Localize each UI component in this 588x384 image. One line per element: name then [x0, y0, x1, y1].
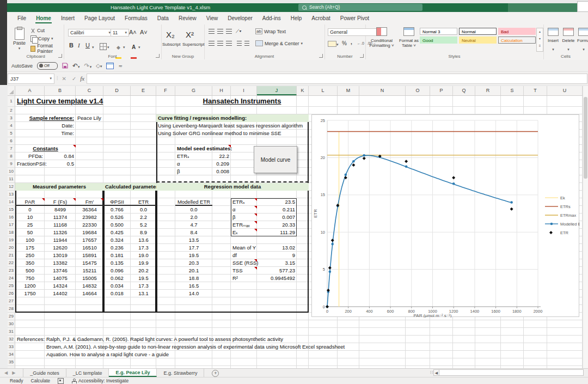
save-icon[interactable] [62, 63, 68, 69]
row-header-21[interactable]: 21 [8, 252, 15, 259]
row-header-22[interactable]: 22 [8, 259, 15, 267]
row-header-12[interactable]: 12 [8, 183, 15, 191]
cell-J23[interactable]: 577.23 [257, 267, 297, 275]
table-tool-icon[interactable] [106, 63, 114, 69]
cell-A5[interactable]: Time: [15, 130, 76, 137]
sheet-grid[interactable]: Light Curve template v1.4Hansatech Instr… [15, 96, 583, 368]
select-all-corner[interactable] [8, 86, 15, 96]
new-sheet-button[interactable]: + [212, 370, 219, 377]
menu-tab-acrobat[interactable]: Acrobat [307, 13, 335, 23]
format-as-table-button[interactable]: Format as Table ˅ [397, 27, 421, 48]
column-header-T[interactable]: T [524, 86, 547, 95]
cell-B25[interactable]: 14324 [45, 282, 76, 290]
cell-J17[interactable]: 20.33 [257, 221, 297, 229]
autosave-toggle[interactable]: Off [37, 62, 58, 70]
clear-formats-button[interactable]: ◇▾ [96, 63, 102, 69]
style-chip-bad[interactable]: Bad [498, 28, 536, 35]
format-cells-button[interactable]: Format▾ [577, 28, 588, 53]
cell-H8[interactable]: 22.2 [212, 153, 231, 160]
row-header-13[interactable]: 13 [8, 191, 15, 198]
cell-G18[interactable]: 8.4 [175, 229, 212, 236]
comment-indicator[interactable] [254, 259, 257, 262]
cell-A19[interactable]: 100 [15, 236, 45, 244]
cell-G1[interactable]: Hansatech Instruments [175, 96, 309, 107]
cell-A7[interactable]: Constants [15, 145, 76, 153]
accounting-format-icon[interactable] [328, 41, 336, 47]
column-header-G[interactable]: G [175, 86, 212, 95]
cell-C20[interactable]: 16510 [76, 244, 103, 252]
cell-I22[interactable]: SSE (RSS) [231, 259, 257, 267]
cut-button[interactable]: Cut [30, 28, 45, 33]
row-header-14[interactable]: 14 [8, 198, 15, 206]
cell-G8[interactable]: ETRₛ [175, 153, 212, 160]
cell-A15[interactable]: 0 [15, 206, 45, 214]
cell-I24[interactable]: R² [231, 275, 257, 282]
cell-C19[interactable]: 17657 [76, 236, 103, 244]
column-header-C[interactable]: C [76, 86, 103, 95]
row-header-34[interactable]: 34 [8, 351, 15, 358]
cell-C25[interactable]: 14832 [76, 282, 103, 290]
column-header-P[interactable]: P [430, 86, 453, 95]
align-middle-icon[interactable] [217, 29, 223, 34]
row-header-5[interactable]: 5 [8, 130, 15, 137]
cell-A12[interactable]: Measured parameters [15, 183, 103, 191]
cell-B18[interactable]: 11326 [45, 229, 76, 236]
menu-tab-page-layout[interactable]: Page Layout [79, 13, 120, 23]
row-header-35[interactable]: 35 [8, 358, 15, 366]
cell-E16[interactable]: 2.2 [131, 214, 156, 221]
style-chip-calculation[interactable]: Calculation [498, 36, 536, 44]
sheet-tab-e-g-peace-lily[interactable]: E.g. Peace Lily [109, 369, 157, 377]
cell-G23[interactable]: 20.1 [175, 267, 212, 275]
customize-qat-icon[interactable]: ≂ [118, 63, 122, 69]
cell-D25[interactable]: 0.034 [103, 282, 131, 290]
bold-button[interactable]: B [69, 42, 74, 48]
row-header-33[interactable]: 33 [8, 343, 15, 351]
cell-J15[interactable]: 0.211 [257, 206, 297, 214]
font-size-select[interactable]: 11▾ [111, 29, 129, 36]
cell-D15[interactable]: 0.766 [103, 206, 131, 214]
cell-D26[interactable]: 0.018 [103, 290, 131, 297]
number-dialog-launcher[interactable] [360, 54, 364, 58]
sheet-tab--lc-template[interactable]: _LC template [66, 369, 109, 377]
row-header-9[interactable]: 9 [8, 160, 15, 168]
percent-style-button[interactable]: % [342, 40, 347, 46]
cell-D18[interactable]: 0.425 [103, 229, 131, 236]
sheet-tab-e-g-strawberry[interactable]: E.g. Strawberry [157, 369, 204, 377]
column-header-A[interactable]: A [15, 86, 45, 95]
row-header-24[interactable]: 24 [8, 275, 15, 282]
grow-font-button[interactable]: A˄ [129, 29, 137, 35]
format-painter-button[interactable]: Format Painter [30, 43, 64, 54]
column-header-H[interactable]: H [212, 86, 231, 95]
row-header-10[interactable]: 10 [8, 168, 15, 175]
row-header-11[interactable]: 11 [8, 175, 15, 183]
underline-button[interactable]: U [85, 42, 90, 48]
cell-F12[interactable]: Regression model data [156, 183, 309, 191]
cell-G14[interactable]: Modelled ETR [175, 198, 212, 206]
cell-B23[interactable]: 13746 [45, 267, 76, 275]
column-header-J[interactable]: J [257, 86, 297, 95]
cell-J18[interactable]: 111.29 [257, 229, 297, 236]
row-header-19[interactable]: 19 [8, 236, 15, 244]
cell-E26[interactable]: 13.1 [131, 290, 156, 297]
column-header-D[interactable]: D [103, 86, 131, 95]
comment-indicator[interactable] [254, 214, 257, 216]
delete-cells-button[interactable]: Delete▾ [562, 28, 575, 53]
cell-G17[interactable]: 4.7 [175, 221, 212, 229]
cell-A26[interactable]: 1750 [15, 290, 45, 297]
menu-tab-insert[interactable]: Insert [56, 13, 79, 23]
comment-indicator[interactable] [254, 221, 257, 224]
comma-style-button[interactable]: , [351, 39, 352, 45]
cell-D19[interactable]: 0.324 [103, 236, 131, 244]
sheet-prev-icon[interactable]: ◀ [4, 370, 8, 375]
row-header-27[interactable]: 27 [8, 297, 15, 305]
cell-J21[interactable]: 9 [257, 252, 297, 259]
align-bottom-icon[interactable] [226, 29, 232, 34]
cell-G24[interactable]: 18.8 [175, 275, 212, 282]
cell-I15[interactable]: α [231, 206, 257, 214]
cell-G20[interactable]: 17.7 [175, 244, 212, 252]
horizontal-scrollbar[interactable] [439, 369, 584, 376]
cell-E22[interactable]: 19.9 [131, 259, 156, 267]
row-header-4[interactable]: 4 [8, 122, 15, 130]
cell-J24[interactable]: 0.9945492 [257, 275, 297, 282]
cell-B19[interactable]: 11944 [45, 236, 76, 244]
